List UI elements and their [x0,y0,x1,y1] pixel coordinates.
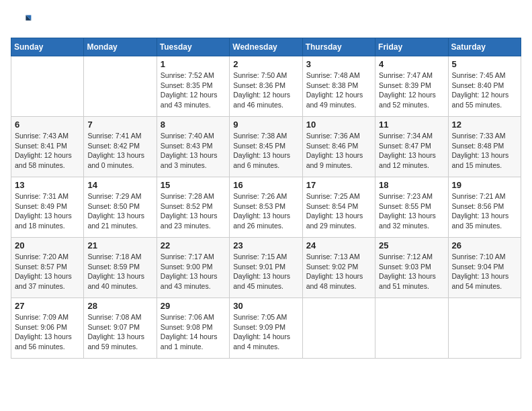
day-number: 5 [452,59,517,69]
day-number: 3 [306,59,371,69]
day-number: 2 [233,59,298,69]
calendar-cell: 11Sunrise: 7:34 AM Sunset: 8:47 PM Dayli… [375,117,448,177]
week-row-2: 6Sunrise: 7:43 AM Sunset: 8:41 PM Daylig… [11,117,521,177]
day-info: Sunrise: 7:33 AM Sunset: 8:48 PM Dayligh… [452,131,517,171]
weekday-tuesday: Tuesday [157,38,229,56]
calendar-cell: 17Sunrise: 7:25 AM Sunset: 8:54 PM Dayli… [302,177,375,238]
day-number: 11 [379,120,444,130]
calendar-cell: 15Sunrise: 7:28 AM Sunset: 8:52 PM Dayli… [157,177,229,238]
weekday-header-row: SundayMondayTuesdayWednesdayThursdayFrid… [11,38,521,56]
day-info: Sunrise: 7:36 AM Sunset: 8:46 PM Dayligh… [306,131,371,171]
day-info: Sunrise: 7:17 AM Sunset: 9:00 PM Dayligh… [161,252,226,291]
day-info: Sunrise: 7:43 AM Sunset: 8:41 PM Dayligh… [15,131,80,171]
calendar-cell [448,298,521,359]
calendar-cell [84,56,157,117]
day-number: 28 [87,301,152,311]
day-number: 14 [87,180,152,190]
week-row-5: 27Sunrise: 7:09 AM Sunset: 9:06 PM Dayli… [11,298,521,359]
day-number: 12 [452,120,517,130]
day-info: Sunrise: 7:47 AM Sunset: 8:39 PM Dayligh… [379,71,444,110]
day-info: Sunrise: 7:25 AM Sunset: 8:54 PM Dayligh… [306,191,371,231]
day-info: Sunrise: 7:48 AM Sunset: 8:38 PM Dayligh… [306,71,371,110]
calendar-cell: 20Sunrise: 7:20 AM Sunset: 8:57 PM Dayli… [11,238,84,298]
day-info: Sunrise: 7:38 AM Sunset: 8:45 PM Dayligh… [233,131,298,171]
calendar-cell: 2Sunrise: 7:50 AM Sunset: 8:36 PM Daylig… [230,56,302,117]
calendar-cell: 29Sunrise: 7:06 AM Sunset: 9:08 PM Dayli… [157,298,229,359]
day-number: 22 [161,240,226,250]
day-number: 29 [161,301,226,311]
day-info: Sunrise: 7:31 AM Sunset: 8:49 PM Dayligh… [15,191,80,231]
calendar-cell: 6Sunrise: 7:43 AM Sunset: 8:41 PM Daylig… [11,117,84,177]
calendar-cell: 16Sunrise: 7:26 AM Sunset: 8:53 PM Dayli… [230,177,302,238]
day-number: 4 [379,59,444,69]
day-number: 7 [87,120,152,130]
day-number: 23 [233,240,298,250]
day-info: Sunrise: 7:28 AM Sunset: 8:52 PM Dayligh… [161,191,226,231]
day-number: 13 [15,180,80,190]
day-info: Sunrise: 7:08 AM Sunset: 9:07 PM Dayligh… [87,312,152,352]
weekday-thursday: Thursday [302,38,375,56]
day-info: Sunrise: 7:10 AM Sunset: 9:04 PM Dayligh… [452,252,517,291]
calendar-cell: 19Sunrise: 7:21 AM Sunset: 8:56 PM Dayli… [448,177,521,238]
calendar-cell: 1Sunrise: 7:52 AM Sunset: 8:35 PM Daylig… [157,56,229,117]
day-info: Sunrise: 7:50 AM Sunset: 8:36 PM Dayligh… [233,71,298,110]
day-number: 20 [15,240,80,250]
day-number: 25 [379,240,444,250]
calendar-cell: 5Sunrise: 7:45 AM Sunset: 8:40 PM Daylig… [448,56,521,117]
day-number: 9 [233,120,298,130]
day-number: 26 [452,240,517,250]
calendar-cell: 4Sunrise: 7:47 AM Sunset: 8:39 PM Daylig… [375,56,448,117]
day-number: 24 [306,240,371,250]
calendar-cell: 22Sunrise: 7:17 AM Sunset: 9:00 PM Dayli… [157,238,229,298]
calendar-cell [375,298,448,359]
weekday-friday: Friday [375,38,448,56]
day-info: Sunrise: 7:23 AM Sunset: 8:55 PM Dayligh… [379,191,444,231]
page-header [11,11,521,32]
calendar-cell: 30Sunrise: 7:05 AM Sunset: 9:09 PM Dayli… [230,298,302,359]
week-row-4: 20Sunrise: 7:20 AM Sunset: 8:57 PM Dayli… [11,238,521,298]
day-info: Sunrise: 7:20 AM Sunset: 8:57 PM Dayligh… [15,252,80,291]
svg-rect-0 [11,11,32,32]
calendar-cell [302,298,375,359]
day-info: Sunrise: 7:40 AM Sunset: 8:43 PM Dayligh… [161,131,226,171]
weekday-sunday: Sunday [11,38,84,56]
logo [11,11,35,32]
calendar-cell: 10Sunrise: 7:36 AM Sunset: 8:46 PM Dayli… [302,117,375,177]
logo-icon [11,11,32,32]
week-row-1: 1Sunrise: 7:52 AM Sunset: 8:35 PM Daylig… [11,56,521,117]
calendar-cell: 25Sunrise: 7:12 AM Sunset: 9:03 PM Dayli… [375,238,448,298]
day-number: 10 [306,120,371,130]
day-info: Sunrise: 7:18 AM Sunset: 8:59 PM Dayligh… [87,252,152,291]
calendar-cell: 12Sunrise: 7:33 AM Sunset: 8:48 PM Dayli… [448,117,521,177]
calendar-cell: 13Sunrise: 7:31 AM Sunset: 8:49 PM Dayli… [11,177,84,238]
calendar-cell: 21Sunrise: 7:18 AM Sunset: 8:59 PM Dayli… [84,238,157,298]
day-info: Sunrise: 7:12 AM Sunset: 9:03 PM Dayligh… [379,252,444,291]
day-number: 27 [15,301,80,311]
day-info: Sunrise: 7:29 AM Sunset: 8:50 PM Dayligh… [87,191,152,231]
day-number: 21 [87,240,152,250]
day-info: Sunrise: 7:41 AM Sunset: 8:42 PM Dayligh… [87,131,152,171]
day-number: 8 [161,120,226,130]
day-number: 30 [233,301,298,311]
day-info: Sunrise: 7:09 AM Sunset: 9:06 PM Dayligh… [15,312,80,352]
day-number: 6 [15,120,80,130]
calendar-cell: 23Sunrise: 7:15 AM Sunset: 9:01 PM Dayli… [230,238,302,298]
weekday-saturday: Saturday [448,38,521,56]
calendar-cell: 3Sunrise: 7:48 AM Sunset: 8:38 PM Daylig… [302,56,375,117]
calendar-cell: 28Sunrise: 7:08 AM Sunset: 9:07 PM Dayli… [84,298,157,359]
calendar-cell: 14Sunrise: 7:29 AM Sunset: 8:50 PM Dayli… [84,177,157,238]
day-number: 17 [306,180,371,190]
calendar-cell: 27Sunrise: 7:09 AM Sunset: 9:06 PM Dayli… [11,298,84,359]
weekday-wednesday: Wednesday [230,38,302,56]
calendar-cell: 8Sunrise: 7:40 AM Sunset: 8:43 PM Daylig… [157,117,229,177]
calendar-cell: 9Sunrise: 7:38 AM Sunset: 8:45 PM Daylig… [230,117,302,177]
day-number: 16 [233,180,298,190]
day-info: Sunrise: 7:06 AM Sunset: 9:08 PM Dayligh… [161,312,226,352]
day-number: 15 [161,180,226,190]
week-row-3: 13Sunrise: 7:31 AM Sunset: 8:49 PM Dayli… [11,177,521,238]
calendar-cell: 18Sunrise: 7:23 AM Sunset: 8:55 PM Dayli… [375,177,448,238]
day-number: 18 [379,180,444,190]
weekday-monday: Monday [84,38,157,56]
day-number: 19 [452,180,517,190]
calendar-cell: 7Sunrise: 7:41 AM Sunset: 8:42 PM Daylig… [84,117,157,177]
